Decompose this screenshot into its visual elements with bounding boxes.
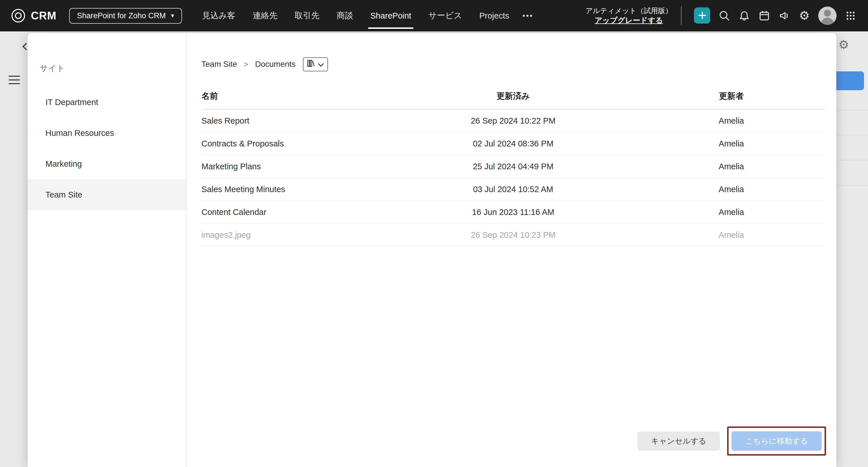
breadcrumb: Team Site > Documents — [202, 57, 825, 71]
topbar-divider — [681, 6, 682, 25]
user-avatar[interactable] — [818, 6, 837, 25]
header-modified-by: 更新者 — [638, 91, 825, 102]
doc-modified-by: Amelia — [638, 185, 825, 194]
underlying-row-divider — [838, 185, 868, 186]
sidebar-item-human-resources[interactable]: Human Resources — [28, 118, 186, 148]
table-row[interactable]: Marketing Plans 25 Jul 2024 04:49 PM Ame… — [202, 155, 825, 178]
doc-modified: 02 Jul 2024 08:36 PM — [389, 139, 638, 148]
table-row[interactable]: Contracts & Proposals 02 Jul 2024 08:36 … — [202, 132, 825, 155]
doc-name: Contracts & Proposals — [202, 139, 389, 148]
tab-accounts[interactable]: 取引先 — [286, 0, 328, 31]
gear-icon[interactable]: ⚙ — [797, 8, 812, 23]
topbar: CRM SharePoint for Zoho CRM ▾ 見込み客 連絡先 取… — [0, 0, 868, 31]
documents-panel: Team Site > Documents — [187, 33, 836, 467]
plan-info: アルティメット（試用版） アップグレードする — [585, 6, 672, 26]
avatar-shoulders-shape — [821, 18, 834, 25]
search-icon[interactable] — [717, 8, 732, 23]
documents-table: 名前 更新済み 更新者 Sales Report 26 Sep 2024 10:… — [202, 84, 825, 246]
library-icon — [307, 59, 315, 69]
sidebar-item-marketing[interactable]: Marketing — [28, 148, 186, 179]
doc-modified: 26 Sep 2024 10:22 PM — [389, 116, 638, 126]
doc-modified: 16 Jun 2023 11:16 AM — [389, 207, 638, 217]
apps-grid-icon[interactable] — [843, 8, 858, 23]
breadcrumb-current[interactable]: Documents — [255, 60, 296, 69]
hamburger-menu-icon[interactable] — [8, 73, 20, 87]
table-row[interactable]: Content Calendar 16 Jun 2023 11:16 AM Am… — [202, 201, 825, 224]
upgrade-link[interactable]: アップグレードする — [585, 15, 672, 25]
create-button[interactable] — [694, 7, 711, 24]
brand-title: CRM — [31, 10, 57, 22]
header-name: 名前 — [202, 91, 389, 102]
page-settings-gear-icon[interactable]: ⚙ — [838, 39, 849, 51]
plus-icon — [698, 10, 707, 21]
doc-modified-by: Amelia — [638, 116, 825, 126]
table-row[interactable]: Sales Meeting Minutes 03 Jul 2024 10:52 … — [202, 178, 825, 201]
tab-contacts[interactable]: 連絡先 — [244, 0, 286, 31]
underlying-row-divider — [838, 135, 868, 135]
table-header-row: 名前 更新済み 更新者 — [202, 84, 825, 110]
doc-modified-by: Amelia — [638, 230, 825, 240]
doc-name: Sales Report — [202, 116, 389, 126]
breadcrumb-root[interactable]: Team Site — [202, 60, 237, 69]
topbar-right: アルティメット（試用版） アップグレードする — [585, 6, 861, 26]
tab-leads[interactable]: 見込み客 — [193, 0, 244, 31]
doc-name: images2.jpeg — [202, 230, 389, 240]
sidebar-item-team-site[interactable]: Team Site — [28, 179, 186, 210]
sidebar-title: サイト — [40, 63, 186, 74]
breadcrumb-separator: > — [244, 60, 248, 69]
plan-name-label: アルティメット（試用版） — [585, 6, 672, 14]
doc-modified-by: Amelia — [638, 162, 825, 171]
bell-icon[interactable] — [737, 8, 752, 23]
screen: CRM SharePoint for Zoho CRM ▾ 見込み客 連絡先 取… — [0, 0, 868, 467]
table-row-disabled: images2.jpeg 26 Sep 2024 10:23 PM Amelia — [202, 224, 825, 246]
doc-name: Marketing Plans — [202, 162, 389, 171]
doc-modified: 03 Jul 2024 10:52 AM — [389, 185, 638, 194]
table-body: Sales Report 26 Sep 2024 10:22 PM Amelia… — [202, 110, 825, 246]
app-selector-label: SharePoint for Zoho CRM — [77, 11, 166, 20]
doc-modified-by: Amelia — [638, 139, 825, 148]
underlying-row-divider — [838, 110, 868, 110]
calendar-icon[interactable] — [757, 8, 772, 23]
sites-sidebar: サイト IT Department Human Resources Market… — [28, 33, 187, 467]
sharepoint-picker-modal: サイト IT Department Human Resources Market… — [28, 33, 836, 467]
sidebar-item-it-department[interactable]: IT Department — [28, 87, 186, 118]
more-tabs-icon[interactable]: ••• — [518, 11, 538, 20]
move-here-button[interactable]: こちらに移動する — [732, 431, 822, 451]
app-selector-dropdown[interactable]: SharePoint for Zoho CRM ▾ — [69, 8, 182, 24]
library-switcher-dropdown[interactable] — [303, 57, 328, 71]
doc-modified: 26 Sep 2024 10:23 PM — [389, 230, 638, 240]
chevron-down-icon: ▾ — [171, 12, 174, 20]
tab-sharepoint[interactable]: SharePoint — [362, 0, 420, 31]
chevron-down-icon — [318, 60, 324, 69]
modal-footer: キャンセルする こちらに移動する — [638, 427, 826, 456]
avatar-head-shape — [824, 10, 831, 16]
tab-services[interactable]: サービス — [420, 0, 471, 31]
doc-name: Content Calendar — [202, 207, 389, 217]
doc-modified: 25 Jul 2024 04:49 PM — [389, 162, 638, 171]
tab-projects[interactable]: Projects — [471, 0, 518, 31]
annotation-highlight-box: こちらに移動する — [727, 427, 826, 456]
tab-deals[interactable]: 商談 — [328, 0, 362, 31]
underlying-row-divider — [838, 160, 868, 160]
header-modified: 更新済み — [389, 91, 638, 102]
table-row[interactable]: Sales Report 26 Sep 2024 10:22 PM Amelia — [202, 110, 825, 132]
zoho-logo-icon[interactable] — [11, 8, 26, 23]
main-nav: 見込み客 連絡先 取引先 商談 SharePoint サービス Projects… — [193, 0, 538, 31]
megaphone-icon[interactable] — [777, 8, 792, 23]
doc-name: Sales Meeting Minutes — [202, 185, 389, 194]
doc-modified-by: Amelia — [638, 207, 825, 217]
cancel-button[interactable]: キャンセルする — [638, 432, 720, 451]
